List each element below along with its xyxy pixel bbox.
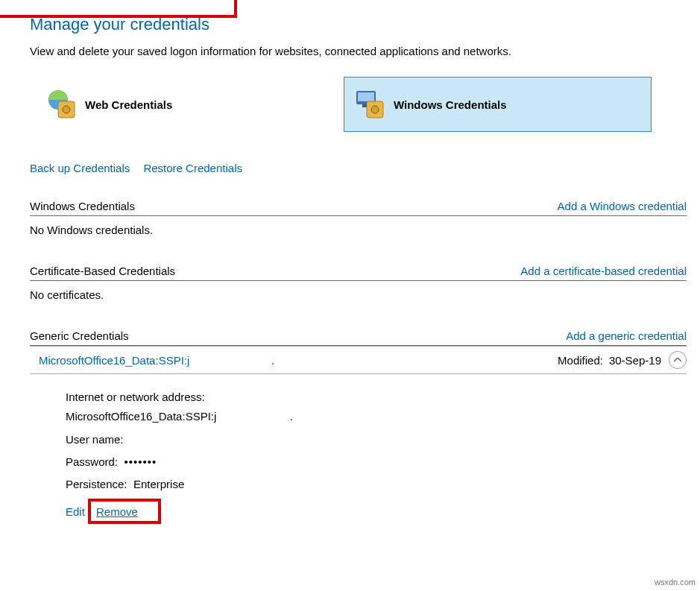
watermark: wsxdn.com <box>655 578 696 587</box>
svg-rect-4 <box>358 92 374 101</box>
svg-point-2 <box>63 106 70 113</box>
address-label: Internet or network address: <box>66 391 205 403</box>
tab-web-credentials[interactable]: Web Credentials <box>36 77 344 132</box>
add-windows-credential-link[interactable]: Add a Windows credential <box>558 200 687 212</box>
persistence-value: Enterprise <box>133 478 184 490</box>
address-period: . <box>290 410 293 423</box>
generic-credentials-section-title: Generic Credentials <box>30 329 129 342</box>
restore-credentials-link[interactable]: Restore Credentials <box>143 162 242 174</box>
certificate-credentials-section-title: Certificate-Based Credentials <box>30 265 175 277</box>
credential-name[interactable]: MicrosoftOffice16_Data:SSPI:j <box>34 353 194 368</box>
modified-date: 30-Sep-19 <box>609 354 661 367</box>
add-certificate-credential-link[interactable]: Add a certificate-based credential <box>520 265 687 277</box>
credential-details: Internet or network address: MicrosoftOf… <box>30 374 687 496</box>
remove-link[interactable]: Remove <box>96 505 138 518</box>
edit-link[interactable]: Edit <box>66 505 85 518</box>
monitor-vault-icon <box>353 88 386 121</box>
tab-windows-credentials[interactable]: Windows Credentials <box>344 77 652 132</box>
password-label: Password: <box>66 455 118 468</box>
certificate-credentials-empty: No certificates. <box>30 288 687 301</box>
tab-web-label: Web Credentials <box>85 98 172 111</box>
backup-restore-row: Back up Credentials Restore Credentials <box>30 162 687 174</box>
backup-credentials-link[interactable]: Back up Credentials <box>30 162 130 174</box>
credential-type-tabs: Web Credentials Windows Credentials <box>30 77 687 132</box>
windows-credentials-section-title: Windows Credentials <box>30 200 135 212</box>
username-label: User name: <box>66 433 124 446</box>
credential-period: . <box>271 354 274 367</box>
credential-actions: Edit Remove <box>30 496 687 519</box>
persistence-label: Persistence: <box>66 478 127 490</box>
password-value: ••••••• <box>124 455 157 468</box>
globe-vault-icon <box>45 88 78 121</box>
svg-point-7 <box>371 106 379 113</box>
address-value: MicrosoftOffice16_Data:SSPI:j <box>66 410 216 423</box>
credential-row[interactable]: MicrosoftOffice16_Data:SSPI:j . Modified… <box>30 346 687 374</box>
chevron-up-icon[interactable] <box>669 351 687 369</box>
windows-credentials-empty: No Windows credentials. <box>30 224 687 236</box>
page-subtitle: View and delete your saved logon informa… <box>30 45 687 57</box>
page-title: Manage your credentials <box>30 15 687 34</box>
tab-windows-label: Windows Credentials <box>394 98 507 111</box>
modified-label: Modified: <box>558 354 603 367</box>
add-generic-credential-link[interactable]: Add a generic credential <box>566 329 687 342</box>
